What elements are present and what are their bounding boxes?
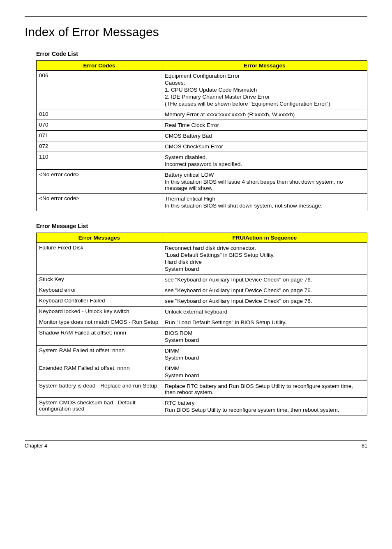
cell-key: <No error code> — [37, 194, 162, 211]
cell-line: Memory Error at xxxx:xxxx:xxxxh (R:xxxxh… — [165, 111, 364, 118]
cell-line: (THe causes will be shown before "Equipm… — [165, 100, 364, 107]
table-row: 072CMOS Checksum Error — [37, 141, 367, 152]
table-row: 010Memory Error at xxxx:xxxx:xxxxh (R:xx… — [37, 109, 367, 120]
cell-value: Equipment Configuration ErrorCauses:1. C… — [162, 71, 367, 109]
cell-value: CMOS Battery Bad — [162, 131, 367, 141]
table-row: System CMOS checksum bad - Default confi… — [37, 398, 367, 415]
cell-key: Extended RAM Failed at offset: nnnn — [37, 363, 162, 381]
cell-value: DIMMSystem board — [162, 346, 367, 363]
cell-key: Shadow RAM Failed at offset: nnnn — [37, 328, 162, 346]
cell-line: System board — [165, 372, 364, 379]
cell-line: In this situation BIOS will issue 4 shor… — [165, 178, 364, 191]
cell-value: Memory Error at xxxx:xxxx:xxxxh (R:xxxxh… — [162, 109, 367, 120]
cell-key: Failure Fixed Disk — [37, 243, 162, 274]
cell-value: Thermal critical HighIn this situation B… — [162, 194, 367, 211]
cell-line: Run "Load Default Settings" in BIOS Setu… — [165, 319, 364, 326]
table-row: <No error code>Thermal critical HighIn t… — [37, 194, 367, 211]
cell-line: System board — [165, 265, 364, 272]
cell-line: System disabled. — [165, 154, 364, 161]
cell-value: DIMMSystem board — [162, 363, 367, 381]
cell-line: In this situation BIOS will shut down sy… — [165, 202, 364, 209]
cell-value: see "Keyboard or Auxiliary Input Device … — [162, 296, 367, 307]
table2-header-0: Error Messages — [37, 233, 162, 243]
footer-right: 81 — [362, 443, 367, 449]
table-row: 070Real Time Clock Error — [37, 120, 367, 131]
table1-caption: Error Code List — [36, 51, 367, 57]
error-code-table: Error Codes Error Messages 006Equipment … — [36, 60, 367, 211]
cell-line: Equipment Configuration Error — [165, 72, 364, 79]
cell-key: 070 — [37, 120, 162, 131]
cell-line: CMOS Battery Bad — [165, 132, 364, 139]
table-row: Keyboard Controller Failedsee "Keyboard … — [37, 296, 367, 307]
table-row: Extended RAM Failed at offset: nnnnDIMMS… — [37, 363, 367, 381]
cell-key: 071 — [37, 131, 162, 141]
cell-value: Real Time Clock Error — [162, 120, 367, 131]
cell-line: CMOS Checksum Error — [165, 143, 364, 150]
cell-line: System board — [165, 337, 364, 344]
table-row: Monitor type does not match CMOS - Run S… — [37, 317, 367, 328]
table-row: 006Equipment Configuration ErrorCauses:1… — [37, 71, 367, 109]
cell-key: Monitor type does not match CMOS - Run S… — [37, 317, 162, 328]
footer: Chapter 4 81 — [25, 440, 367, 449]
table-row: <No error code>Battery critical LOWIn th… — [37, 170, 367, 194]
cell-key: Keyboard locked - Unlock key switch — [37, 307, 162, 317]
cell-line: Causes: — [165, 79, 364, 86]
table-row: Shadow RAM Failed at offset: nnnnBIOS RO… — [37, 328, 367, 346]
error-message-table: Error Messages FRU/Action in Sequence Fa… — [36, 233, 367, 415]
cell-line: see "Keyboard or Auxiliary Input Device … — [165, 287, 364, 294]
cell-line: Real Time Clock Error — [165, 122, 364, 129]
cell-key: System CMOS checksum bad - Default confi… — [37, 398, 162, 415]
cell-line: Reconnect hard disk drive connector. — [165, 245, 364, 251]
cell-key: Stuck Key — [37, 274, 162, 285]
cell-key: System RAM Failed at offset: nnnn — [37, 346, 162, 363]
table-row: System RAM Failed at offset: nnnnDIMMSys… — [37, 346, 367, 363]
footer-left: Chapter 4 — [25, 443, 47, 449]
table2-caption: Error Message List — [36, 223, 367, 229]
cell-line: 2. IDE Primary Channel Master Drive Erro… — [165, 93, 364, 100]
cell-line: BIOS ROM — [165, 330, 364, 337]
cell-line: Run BIOS Setup Utility to reconfigure sy… — [165, 406, 364, 413]
page-title: Index of Error Messages — [25, 25, 367, 39]
cell-line: Incorrect password is specified. — [165, 161, 364, 168]
table-row: System battery is dead - Replace and run… — [37, 381, 367, 398]
cell-key: System battery is dead - Replace and run… — [37, 381, 162, 398]
cell-line: DIMM — [165, 365, 364, 372]
cell-line: Replace RTC battery and Run BIOS Setup U… — [165, 383, 364, 396]
table1-header-0: Error Codes — [37, 61, 162, 71]
cell-key: <No error code> — [37, 170, 162, 194]
cell-line: System board — [165, 354, 364, 361]
cell-value: see "Keyboard or Auxiliary Input Device … — [162, 285, 367, 296]
cell-line: 1. CPU BIOS Update Code Mismatch — [165, 86, 364, 93]
cell-value: Run "Load Default Settings" in BIOS Setu… — [162, 317, 367, 328]
top-rule — [25, 16, 367, 17]
cell-line: DIMM — [165, 347, 364, 354]
cell-line: see "Keyboard or Auxiliary Input Device … — [165, 298, 364, 304]
table-row: 110System disabled.Incorrect password is… — [37, 152, 367, 170]
cell-value: Replace RTC battery and Run BIOS Setup U… — [162, 381, 367, 398]
cell-line: Battery critical LOW — [165, 171, 364, 178]
cell-line: "Load Default Settings" in BIOS Setup Ut… — [165, 251, 364, 258]
table2-header-1: FRU/Action in Sequence — [162, 233, 367, 243]
cell-line: Thermal critical High — [165, 195, 364, 202]
table-row: Failure Fixed DiskReconnect hard disk dr… — [37, 243, 367, 274]
table-row: 071CMOS Battery Bad — [37, 131, 367, 141]
cell-key: 006 — [37, 71, 162, 109]
cell-key: 110 — [37, 152, 162, 170]
cell-line: Unlock external keyboard — [165, 308, 364, 315]
cell-line: RTC battery — [165, 399, 364, 406]
cell-value: Battery critical LOWIn this situation BI… — [162, 170, 367, 194]
cell-value: System disabled.Incorrect password is sp… — [162, 152, 367, 170]
cell-value: Unlock external keyboard — [162, 307, 367, 317]
cell-key: 010 — [37, 109, 162, 120]
table-row: Keyboard errorsee "Keyboard or Auxiliary… — [37, 285, 367, 296]
cell-value: RTC batteryRun BIOS Setup Utility to rec… — [162, 398, 367, 415]
table-row: Keyboard locked - Unlock key switchUnloc… — [37, 307, 367, 317]
cell-line: see "Keyboard or Auxiliary Input Device … — [165, 276, 364, 283]
cell-value: CMOS Checksum Error — [162, 141, 367, 152]
table-row: Stuck Keysee "Keyboard or Auxiliary Inpu… — [37, 274, 367, 285]
cell-key: Keyboard error — [37, 285, 162, 296]
cell-key: Keyboard Controller Failed — [37, 296, 162, 307]
cell-value: see "Keyboard or Auxiliary Input Device … — [162, 274, 367, 285]
table1-header-1: Error Messages — [162, 61, 367, 71]
cell-value: Reconnect hard disk drive connector."Loa… — [162, 243, 367, 274]
